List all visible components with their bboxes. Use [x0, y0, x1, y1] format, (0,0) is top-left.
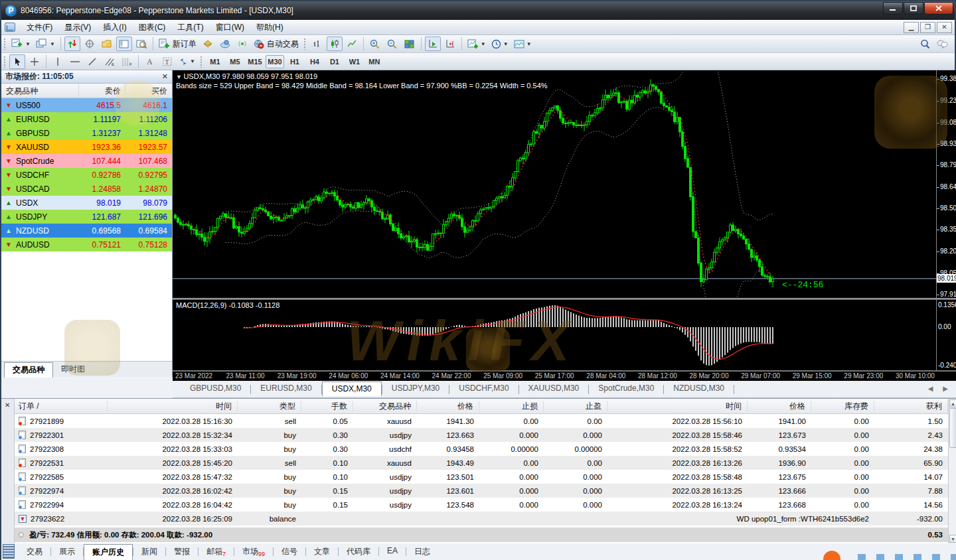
timeframe-w1[interactable]: W1	[345, 55, 364, 68]
price-axis[interactable]: 99.38099.23099.08098.93598.79098.64598.5…	[937, 70, 956, 298]
navigator-toggle-button[interactable]	[82, 36, 98, 51]
menu-item[interactable]: 窗口(W)	[210, 20, 250, 35]
history-column-1[interactable]: 时间	[108, 401, 238, 411]
chart-tab[interactable]: EURUSD,M30	[251, 382, 321, 395]
templates-button[interactable]: ▼	[512, 36, 534, 51]
terminal-tab-1[interactable]: 交易	[19, 544, 50, 560]
market-watch-tab[interactable]: 即时图	[53, 362, 93, 377]
chart-shift-button[interactable]	[442, 36, 458, 51]
minimize-button[interactable]	[883, 2, 903, 15]
market-watch-row[interactable]: ▼AUDUSD0.751210.75128	[1, 238, 172, 251]
terminal-toggle-button[interactable]	[116, 36, 132, 51]
chart-area[interactable]: ▼ USDX,M30 97.980 98.059 97.951 98.019 B…	[173, 70, 956, 381]
collapse-caret-icon[interactable]: ▼	[176, 74, 183, 80]
timeframe-m1[interactable]: M1	[206, 55, 224, 68]
market-watch-row[interactable]: ▲USDX98.01998.079	[1, 196, 172, 210]
table-row[interactable]: 279218992022.03.28 15:16:30sell0.05xauus…	[15, 414, 948, 428]
autotrading-label[interactable]: 自动交易	[267, 38, 299, 50]
menu-item[interactable]: 文件(F)	[21, 20, 58, 35]
line-chart-type-button[interactable]	[344, 36, 360, 51]
terminal-tab-12[interactable]: 日志	[406, 544, 438, 560]
history-center-button[interactable]	[99, 36, 115, 51]
timeframe-d1[interactable]: D1	[325, 55, 344, 68]
chat-button[interactable]	[934, 36, 950, 51]
fibonacci-tool-button[interactable]: F	[119, 54, 135, 69]
new-order-button[interactable]: 新订单	[157, 36, 199, 51]
history-column-10[interactable]: 库存费	[811, 401, 874, 411]
equidistant-channel-tool-button[interactable]: E	[102, 54, 118, 69]
market-watch-row[interactable]: ▼XAUUSD1923.361923.57	[1, 140, 172, 154]
timeframe-mn[interactable]: MN	[365, 55, 384, 68]
timeframe-m5[interactable]: M5	[226, 55, 244, 68]
market-watch-tab[interactable]: 交易品种	[4, 362, 53, 378]
macd-axis[interactable]: 0.13560.00-0.2409	[937, 300, 956, 370]
horizontal-line-tool-button[interactable]	[67, 54, 83, 69]
market-watch-row[interactable]: ▼USDCHF0.927860.92795	[1, 168, 172, 182]
new-chart-button[interactable]: ▼	[9, 36, 33, 51]
metaeditor-button[interactable]	[200, 36, 216, 51]
history-column-7[interactable]: 止盈	[544, 401, 607, 411]
terminal-close-icon[interactable]: ✕	[5, 401, 10, 409]
history-column-11[interactable]: 获利	[874, 401, 948, 411]
table-row[interactable]: 279229942022.03.28 16:04:42buy0.15usdjpy…	[15, 498, 948, 512]
trendline-tool-button[interactable]	[84, 54, 100, 69]
macd-pane[interactable]	[173, 300, 936, 370]
chart-tab[interactable]: XAUUSD,M30	[519, 382, 589, 395]
new-order-label[interactable]: 新订单	[173, 38, 197, 50]
menu-item[interactable]: 显示(V)	[58, 20, 97, 35]
close-button[interactable]	[924, 2, 953, 15]
history-column-9[interactable]: 价格	[748, 401, 811, 411]
terminal-tab-2[interactable]: 展示	[51, 544, 83, 560]
terminal-tab-6[interactable]: 邮箱7	[199, 544, 234, 560]
history-column-4[interactable]: 交易品种	[353, 401, 417, 411]
scroll-down-icon[interactable]: ▼	[949, 535, 956, 543]
history-column-2[interactable]: 类型	[238, 401, 301, 411]
indicators-button[interactable]: ▼	[465, 36, 488, 51]
cursor-tool-button[interactable]	[9, 54, 25, 69]
crosshair-tool-button[interactable]	[27, 54, 42, 69]
text-label-tool-button[interactable]: T	[159, 54, 175, 69]
market-watch-toggle-button[interactable]	[64, 36, 80, 51]
periods-button[interactable]: ▼	[489, 36, 511, 51]
auto-scroll-button[interactable]	[425, 36, 441, 51]
chart-tab[interactable]: USDCHF,M30	[449, 382, 518, 395]
terminal-tab-11[interactable]: EA	[379, 544, 406, 558]
autotrading-button[interactable]: 自动交易	[252, 36, 301, 51]
terminal-tab-7[interactable]: 市场99	[234, 544, 273, 560]
time-axis[interactable]: 23 Mar 202223 Mar 11:0023 Mar 19:0024 Ma…	[173, 372, 956, 381]
market-watch-row[interactable]: ▼USDCAD1.248581.24870	[1, 182, 172, 196]
dropdown-arrow-icon[interactable]: ▼	[481, 41, 486, 47]
terminal-tab-8[interactable]: 信号	[274, 544, 305, 560]
community-button[interactable]	[217, 36, 233, 51]
market-watch-row[interactable]: ▲EURUSD1.111971.11206	[1, 112, 172, 126]
history-column-5[interactable]: 价格	[417, 401, 479, 411]
dropdown-arrow-icon[interactable]: ▼	[526, 41, 532, 47]
history-column-6[interactable]: 止损	[479, 401, 544, 411]
arrows-tool-button[interactable]: ▼	[177, 54, 197, 69]
table-row[interactable]: 279225852022.03.28 15:47:32buy0.10usdjpy…	[15, 470, 948, 484]
balance-row[interactable]: ▼279236222022.03.28 16:25:09balanceWD up…	[15, 512, 948, 525]
table-row[interactable]: 279225312022.03.28 15:45:20sell0.10xauus…	[15, 456, 948, 470]
table-row[interactable]: 279229742022.03.28 16:02:42buy0.15usdjpy…	[15, 484, 948, 498]
terminal-scrollbar[interactable]: ▲ ▼	[948, 399, 956, 543]
child-restore-button[interactable]: ❐	[920, 22, 935, 33]
terminal-tab-4[interactable]: 新闻	[133, 544, 165, 560]
history-column-3[interactable]: 手数	[301, 401, 353, 411]
market-watch-row[interactable]: ▲USDJPY121.687121.696	[1, 210, 172, 224]
chart-tab[interactable]: GBPUSD,M30	[181, 382, 250, 395]
strategy-tester-button[interactable]	[133, 36, 149, 51]
vertical-line-tool-button[interactable]	[50, 54, 66, 69]
table-row[interactable]: 279223012022.03.28 15:32:34buy0.30usdjpy…	[15, 428, 948, 442]
child-close-button[interactable]: ✕	[937, 22, 952, 33]
price-pane[interactable]: <--24:56	[173, 70, 936, 298]
zoom-in-button[interactable]	[367, 36, 383, 51]
history-column-8[interactable]: 时间	[607, 401, 748, 411]
chart-tab[interactable]: SpotCrude,M30	[589, 382, 663, 395]
chart-tab[interactable]: USDX,M30	[322, 382, 382, 396]
terminal-tab-3[interactable]: 账户历史	[84, 544, 133, 560]
market-watch-row[interactable]: ▲GBPUSD1.312371.31248	[1, 126, 172, 140]
menu-item[interactable]: 图表(C)	[133, 20, 172, 35]
history-column-0[interactable]: 订单 /	[15, 401, 108, 411]
signals-button[interactable]	[234, 36, 250, 51]
menu-item[interactable]: 工具(T)	[171, 20, 209, 35]
